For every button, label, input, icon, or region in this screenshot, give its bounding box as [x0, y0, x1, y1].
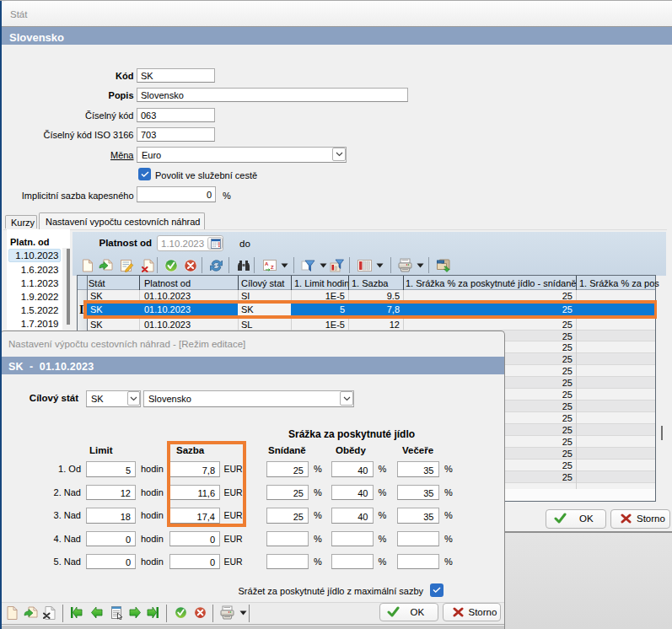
svg-text:Z: Z: [271, 265, 274, 270]
svg-text:A: A: [265, 261, 269, 266]
